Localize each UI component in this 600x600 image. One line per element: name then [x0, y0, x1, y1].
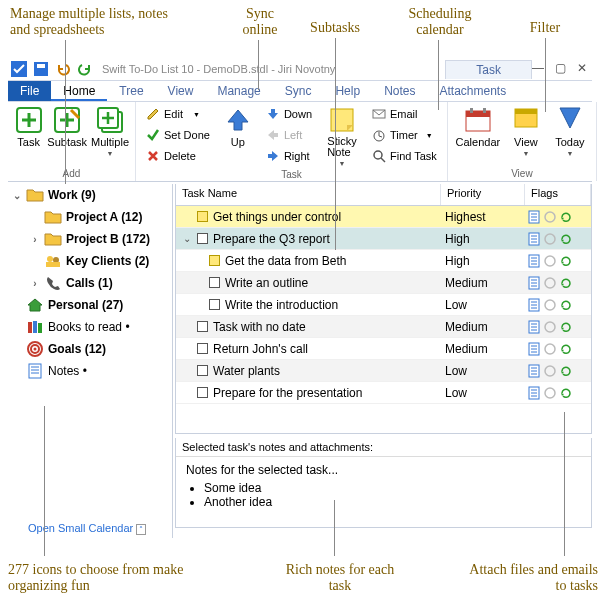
note-flag-icon[interactable]	[527, 320, 541, 334]
task-row[interactable]: Prepare for the presentationLow	[176, 382, 591, 404]
attach-flag-icon[interactable]	[543, 254, 557, 268]
attach-flag-icon[interactable]	[543, 342, 557, 356]
ribbon-tab-home[interactable]: Home	[51, 81, 107, 101]
notes-body[interactable]: Notes for the selected task... Some idea…	[176, 457, 591, 515]
recur-flag-icon[interactable]	[559, 276, 573, 290]
tree-item[interactable]: Key Clients (2)	[8, 250, 172, 272]
ribbon-tab-help[interactable]: Help	[323, 81, 372, 101]
attach-flag-icon[interactable]	[543, 232, 557, 246]
tree-item[interactable]: ›Calls (1)	[8, 272, 172, 294]
chevron-down-icon: ▼	[339, 160, 346, 167]
maximize-button[interactable]: ▢	[552, 60, 568, 76]
task-row[interactable]: Get things under controlHighest	[176, 206, 591, 228]
checkbox[interactable]	[209, 255, 220, 266]
note-flag-icon[interactable]	[527, 298, 541, 312]
redo-icon[interactable]	[77, 61, 93, 77]
set-done-button[interactable]: Set Done	[142, 125, 214, 145]
attach-flag-icon[interactable]	[543, 210, 557, 224]
sticky-note-button[interactable]: Sticky Note ▼	[320, 104, 364, 167]
attach-flag-icon[interactable]	[543, 276, 557, 290]
find-task-button[interactable]: Find Task	[368, 146, 441, 166]
recur-flag-icon[interactable]	[559, 298, 573, 312]
expander-icon[interactable]: ›	[30, 278, 40, 289]
expander-icon[interactable]: ⌄	[12, 190, 22, 201]
attach-flag-icon[interactable]	[543, 320, 557, 334]
recur-flag-icon[interactable]	[559, 232, 573, 246]
recur-flag-icon[interactable]	[559, 320, 573, 334]
task-flags	[525, 298, 591, 312]
attach-flag-icon[interactable]	[543, 364, 557, 378]
ribbon-tab-view[interactable]: View	[156, 81, 206, 101]
calendar-button[interactable]: Calendar	[454, 104, 502, 148]
col-header-priority[interactable]: Priority	[441, 184, 525, 205]
tree-item[interactable]: Books to read •	[8, 316, 172, 338]
checkbox[interactable]	[209, 299, 220, 310]
note-flag-icon[interactable]	[527, 276, 541, 290]
recur-flag-icon[interactable]	[559, 386, 573, 400]
attach-flag-icon[interactable]	[543, 386, 557, 400]
tree-item[interactable]: Personal (27)	[8, 294, 172, 316]
up-button[interactable]: Up	[218, 104, 258, 148]
task-row[interactable]: Write an outlineMedium	[176, 272, 591, 294]
view-button[interactable]: View ▼	[506, 104, 546, 157]
task-row[interactable]: Write the introductionLow	[176, 294, 591, 316]
recur-flag-icon[interactable]	[559, 254, 573, 268]
ribbon-tab-tree[interactable]: Tree	[107, 81, 155, 101]
callout-attach: Attach files and emails to tasks	[468, 562, 598, 594]
timer-button[interactable]: Timer▼	[368, 125, 441, 145]
tree-item[interactable]: Goals (12)	[8, 338, 172, 360]
col-header-name[interactable]: Task Name	[176, 184, 441, 205]
checkbox[interactable]	[197, 321, 208, 332]
task-row[interactable]: Get the data from BethHigh	[176, 250, 591, 272]
checkbox[interactable]	[197, 233, 208, 244]
task-row[interactable]: Return John's callMedium	[176, 338, 591, 360]
task-name: Prepare the Q3 report	[213, 232, 330, 246]
attach-flag-icon[interactable]	[543, 298, 557, 312]
task-row[interactable]: Water plantsLow	[176, 360, 591, 382]
ribbon-tab-manage[interactable]: Manage	[205, 81, 272, 101]
edit-button[interactable]: Edit▼	[142, 104, 214, 124]
expander-icon[interactable]: ⌄	[182, 233, 192, 244]
recur-flag-icon[interactable]	[559, 342, 573, 356]
save-icon[interactable]	[33, 61, 49, 77]
right-button[interactable]: Right	[262, 146, 316, 166]
note-flag-icon[interactable]	[527, 210, 541, 224]
email-button[interactable]: Email	[368, 104, 441, 124]
ribbon-tab-notes[interactable]: Notes	[372, 81, 427, 101]
tree-item[interactable]: Project A (12)	[8, 206, 172, 228]
close-button[interactable]: ✕	[574, 60, 590, 76]
delete-button[interactable]: Delete	[142, 146, 214, 166]
multiple-button[interactable]: Multiple ▼	[91, 104, 129, 157]
checkbox[interactable]	[197, 343, 208, 354]
ribbon-tab-sync[interactable]: Sync	[273, 81, 324, 101]
note-flag-icon[interactable]	[527, 232, 541, 246]
task-button[interactable]: Task	[14, 104, 43, 148]
checkbox[interactable]	[209, 277, 220, 288]
ribbon-tab-attachments[interactable]: Attachments	[428, 81, 519, 101]
checkbox[interactable]	[197, 387, 208, 398]
down-button[interactable]: Down	[262, 104, 316, 124]
note-flag-icon[interactable]	[527, 342, 541, 356]
left-button[interactable]: Left	[262, 125, 316, 145]
task-row[interactable]: ⌄Prepare the Q3 reportHigh	[176, 228, 591, 250]
checkbox[interactable]	[197, 365, 208, 376]
note-flag-icon[interactable]	[527, 386, 541, 400]
minimize-button[interactable]: —	[530, 60, 546, 76]
col-header-flags[interactable]: Flags	[525, 184, 591, 205]
context-tab-task[interactable]: Task	[445, 60, 532, 79]
undo-icon[interactable]	[55, 61, 71, 77]
tree-item[interactable]: ⌄Work (9)	[8, 184, 172, 206]
tree-item[interactable]: Notes •	[8, 360, 172, 382]
recur-flag-icon[interactable]	[559, 364, 573, 378]
file-tab[interactable]: File	[8, 81, 51, 101]
open-small-calendar-link[interactable]: Open Small Calendar ˄	[28, 522, 146, 534]
checkbox[interactable]	[197, 211, 208, 222]
tree-item[interactable]: ›Project B (172)	[8, 228, 172, 250]
recur-flag-icon[interactable]	[559, 210, 573, 224]
task-row[interactable]: Task with no dateMedium	[176, 316, 591, 338]
note-flag-icon[interactable]	[527, 364, 541, 378]
expander-icon[interactable]: ›	[30, 234, 40, 245]
note-flag-icon[interactable]	[527, 254, 541, 268]
today-button[interactable]: Today ▼	[550, 104, 590, 157]
subtask-button[interactable]: Subtask	[47, 104, 87, 148]
